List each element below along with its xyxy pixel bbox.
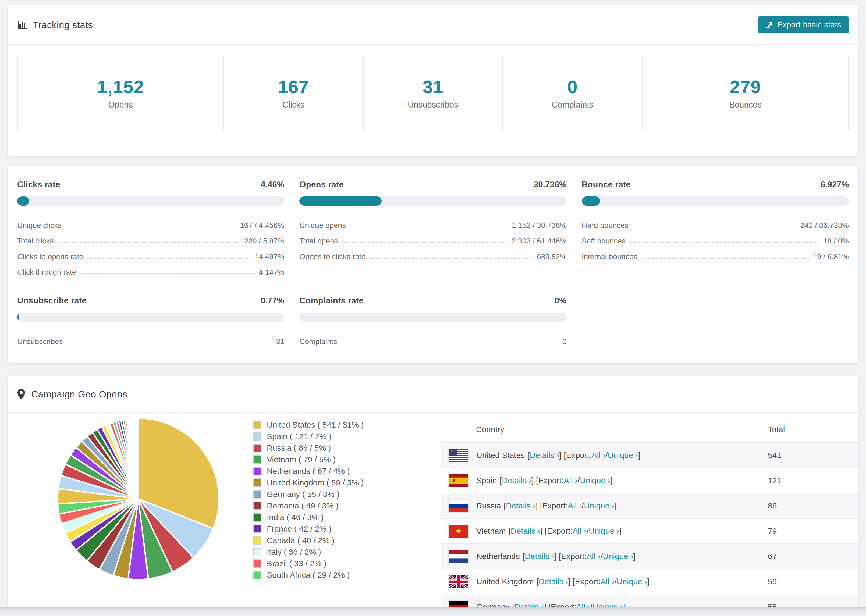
export-all-link-germany[interactable]: All › <box>576 602 590 607</box>
export-all-link-united-kingdom[interactable]: All › <box>601 577 614 586</box>
geo-total-cell: 121 <box>768 476 858 485</box>
rate-detail-row: Unique opens1,152 / 30.736% <box>299 214 567 230</box>
rate-progress-bar <box>299 313 567 322</box>
legend-swatch <box>253 548 261 556</box>
legend-swatch <box>253 501 261 510</box>
rate-detail-value: 167 / 4.456% <box>240 221 284 230</box>
rate-detail-value: 14.497% <box>255 252 285 261</box>
geo-total-cell: 79 <box>768 526 858 536</box>
export-unique-link-united-states[interactable]: Unique › <box>608 451 638 460</box>
vn-flag-icon <box>449 525 468 537</box>
rates-card: Clicks rate4.46%Unique clicks167 / 4.456… <box>8 166 858 363</box>
rate-detail-row: Hard bounces242 / 86.738% <box>582 214 849 230</box>
rate-detail-label: Unsubscribes <box>17 337 63 346</box>
geo-opens-header: Campaign Geo Opens <box>8 376 858 413</box>
summary-stat-clicks: 167Clicks <box>224 55 364 130</box>
link-bracket-text: [ <box>527 451 529 460</box>
export-unique-link-russia[interactable]: Unique › <box>584 501 614 511</box>
legend-swatch <box>253 571 261 580</box>
de-flag-icon <box>449 601 468 607</box>
summary-stat-value: 279 <box>730 76 761 97</box>
campaign-geo-opens-card: Campaign Geo Opens United States ( 541 /… <box>8 376 858 607</box>
rate-progress-fill <box>299 196 381 206</box>
rate-block-clicks-rate: Clicks rate4.46%Unique clicks167 / 4.456… <box>17 180 284 277</box>
export-unique-link-spain[interactable]: Unique › <box>580 476 610 485</box>
details-link-germany[interactable]: Details › <box>515 602 544 607</box>
legend-label: Italy ( 36 / 2% ) <box>267 547 321 556</box>
rate-detail-value: 2,303 / 61.446% <box>512 237 567 245</box>
legend-label: Russia ( 86 / 5% ) <box>267 443 331 453</box>
rate-detail-row: Complaints0 <box>299 330 567 346</box>
geo-country-cell: Spain[Details ›] [Export: All › / Unique… <box>441 475 768 487</box>
legend-item-united-states: United States ( 541 / 31% ) <box>253 419 364 431</box>
link-bracket-text: ] <box>638 451 640 460</box>
export-all-link-netherlands[interactable]: All › <box>587 552 601 561</box>
link-bracket-text: / <box>614 577 617 586</box>
rate-title: Unsubscribe rate <box>17 296 87 306</box>
rate-progress-bar <box>17 196 284 206</box>
legend-label: Brazil ( 33 / 2% ) <box>267 559 326 568</box>
legend-swatch <box>253 455 261 464</box>
geo-pie-legend: United States ( 541 / 31% )Spain ( 121 /… <box>253 419 364 581</box>
export-all-link-vietnam[interactable]: All › <box>573 526 587 536</box>
summary-stat-value: 167 <box>278 76 309 97</box>
export-all-link-russia[interactable]: All › <box>568 501 582 511</box>
gb-flag-icon <box>449 575 468 588</box>
rate-block-head: Unsubscribe rate0.77% <box>17 296 284 306</box>
export-basic-stats-button[interactable]: Export basic stats <box>758 16 849 33</box>
rate-detail-label: Unique clicks <box>17 221 61 230</box>
rate-block-unsubscribe-rate: Unsubscribe rate0.77%Unsubscribes31 <box>17 296 284 346</box>
details-link-united-states[interactable]: Details › <box>529 451 559 460</box>
link-bracket-text: [ <box>504 501 506 511</box>
country-name: United Kingdom <box>476 577 534 586</box>
rate-title: Opens rate <box>299 180 344 190</box>
summary-stat-value: 1,152 <box>97 76 144 97</box>
summary-stat-label: Clicks <box>282 100 305 110</box>
page-title: Tracking stats <box>33 20 758 30</box>
rate-title: Clicks rate <box>17 180 60 190</box>
summary-stat-bounces: 279Bounces <box>642 55 848 130</box>
geo-table-row-russia: Russia[Details ›] [Export: All › / Uniqu… <box>441 493 858 519</box>
link-bracket-text: ] [Export: <box>540 526 573 536</box>
summary-stat-complaints: 0Complaints <box>503 55 642 130</box>
rate-detail-value: 31 <box>276 337 284 346</box>
es-flag-icon <box>449 475 468 487</box>
us-flag-icon <box>449 449 468 462</box>
nl-flag-icon <box>449 550 468 563</box>
geo-table-row-united-states: United States[Details ›] [Export: All › … <box>441 443 858 468</box>
rate-detail-row: Total opens2,303 / 61.446% <box>299 230 567 245</box>
legend-label: France ( 42 / 2% ) <box>267 524 331 533</box>
legend-item-india: India ( 46 / 3% ) <box>253 511 364 523</box>
export-unique-link-germany[interactable]: Unique › <box>592 602 623 607</box>
rate-progress-bar <box>299 196 567 206</box>
details-link-netherlands[interactable]: Details › <box>525 552 554 561</box>
details-link-vietnam[interactable]: Details › <box>511 526 540 536</box>
geo-country-cell: Netherlands[Details ›] [Export: All › / … <box>441 550 768 563</box>
details-link-united-kingdom[interactable]: Details › <box>539 577 568 586</box>
export-unique-link-netherlands[interactable]: Unique › <box>603 552 633 561</box>
export-unique-link-vietnam[interactable]: Unique › <box>589 526 619 536</box>
export-unique-link-united-kingdom[interactable]: Unique › <box>617 577 647 586</box>
export-all-link-spain[interactable]: All › <box>564 476 578 485</box>
export-all-link-united-states[interactable]: All › <box>592 451 606 460</box>
rate-detail-rows: Unsubscribes31 <box>17 330 284 346</box>
link-bracket-text: ] <box>633 552 636 561</box>
rate-detail-label: Clicks to opens rate <box>17 252 83 261</box>
details-link-spain[interactable]: Details › <box>502 476 531 485</box>
geo-total-cell: 541 <box>768 451 858 460</box>
rate-progress-bar <box>582 196 849 206</box>
geo-opens-title: Campaign Geo Opens <box>31 389 127 400</box>
rate-detail-label: Opens to clicks rate <box>299 252 365 261</box>
rate-title: Complaints rate <box>299 296 364 306</box>
geo-opens-body: United States ( 541 / 31% )Spain ( 121 /… <box>8 413 858 607</box>
link-bracket-text: ] <box>623 602 625 607</box>
rate-detail-value: 19 / 6.81% <box>813 252 849 261</box>
geo-table-row-netherlands: Netherlands[Details ›] [Export: All › / … <box>441 544 858 569</box>
legend-label: Vietnam ( 79 / 5% ) <box>267 455 335 464</box>
geo-country-cell: United Kingdom[Details ›] [Export: All ›… <box>441 575 768 588</box>
legend-item-netherlands: Netherlands ( 67 / 4% ) <box>253 465 364 477</box>
details-link-russia[interactable]: Details › <box>506 501 535 511</box>
geo-country-cell: Russia[Details ›] [Export: All › / Uniqu… <box>441 500 768 512</box>
rate-detail-rows: Hard bounces242 / 86.738%Soft bounces18 … <box>582 214 849 261</box>
rate-block-head: Opens rate30.736% <box>299 180 567 190</box>
